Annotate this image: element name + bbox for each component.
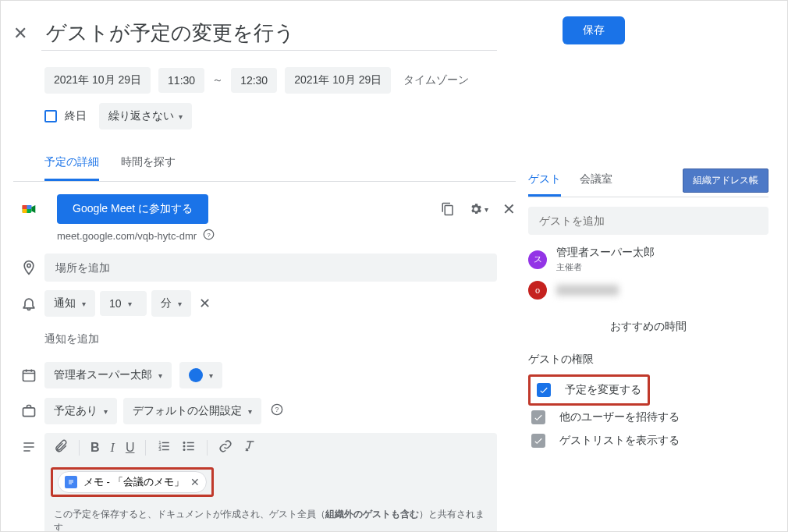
permissions-title: ゲストの権限 xyxy=(528,353,768,367)
attachment-label: メモ - 「会議のメモ」 xyxy=(83,475,184,489)
svg-text:3: 3 xyxy=(159,447,162,452)
notification-icon xyxy=(13,296,44,311)
svg-point-14 xyxy=(183,442,186,444)
clear-format-icon[interactable] xyxy=(243,439,257,456)
event-title[interactable]: ゲストが予定の変更を行う xyxy=(41,16,497,51)
help-icon[interactable]: ? xyxy=(203,229,215,243)
underline-icon[interactable]: U xyxy=(126,441,135,455)
timezone-link[interactable]: タイムゾーン xyxy=(403,73,469,87)
calendar-icon xyxy=(13,367,44,383)
notification-value[interactable]: 10 xyxy=(100,291,147,316)
tab-find-time[interactable]: 時間を探す xyxy=(121,146,176,181)
checkbox-checked-icon[interactable] xyxy=(537,383,551,397)
meet-url-row: meet.google.com/vqb-hytc-dmr ? xyxy=(13,229,516,243)
allday-row: 終日 繰り返さない xyxy=(13,102,516,130)
italic-icon[interactable]: I xyxy=(111,441,115,455)
availability-select[interactable]: 予定あり xyxy=(44,398,117,424)
svg-point-16 xyxy=(183,449,186,451)
save-button[interactable]: 保存 xyxy=(563,16,625,44)
svg-text:?: ? xyxy=(207,232,211,239)
attach-icon[interactable] xyxy=(54,439,68,456)
meet-icon xyxy=(13,201,44,217)
guest-row-organizer[interactable]: ス 管理者スーパー太郎 主催者 xyxy=(528,246,768,273)
visibility-select[interactable]: デフォルトの公開設定 xyxy=(123,398,261,424)
remove-attachment-icon[interactable]: ✕ xyxy=(190,476,200,488)
svg-rect-8 xyxy=(23,408,35,417)
avatar: o xyxy=(528,281,547,300)
location-icon xyxy=(13,260,44,275)
allday-checkbox[interactable] xyxy=(44,110,57,122)
svg-text:?: ? xyxy=(275,406,279,413)
end-time[interactable]: 12:30 xyxy=(231,68,277,93)
visibility-help-icon[interactable]: ? xyxy=(271,403,283,419)
start-date[interactable]: 2021年 10月 29日 xyxy=(44,67,151,94)
description-icon xyxy=(13,433,44,455)
briefcase-icon xyxy=(13,403,44,419)
numbered-list-icon[interactable]: 123 xyxy=(157,439,171,456)
svg-rect-7 xyxy=(23,371,35,381)
end-date[interactable]: 2021年 10月 29日 xyxy=(285,67,391,94)
calendar-owner-select[interactable]: 管理者スーパー太郎 xyxy=(44,362,172,388)
add-notification-button[interactable]: 通知を追加 xyxy=(44,332,99,346)
copy-icon[interactable] xyxy=(441,202,455,216)
tab-guests[interactable]: ゲスト xyxy=(528,165,561,197)
svg-rect-2 xyxy=(23,205,27,209)
color-dot xyxy=(189,368,203,382)
bullet-list-icon[interactable] xyxy=(182,439,196,456)
tab-event-detail[interactable]: 予定の詳細 xyxy=(44,146,99,181)
notification-type-select[interactable]: 通知 xyxy=(44,290,95,317)
svg-point-15 xyxy=(183,445,186,448)
bold-icon[interactable]: B xyxy=(91,441,100,455)
notification-unit-select[interactable]: 分 xyxy=(151,290,191,317)
attachment-chip[interactable]: メモ - 「会議のメモ」 ✕ xyxy=(58,471,207,493)
share-note: この予定を保存すると、ドキュメントが作成され、ゲスト全員（組織外のゲストも含む）… xyxy=(44,500,497,532)
suggested-times-button[interactable]: おすすめの時間 xyxy=(528,307,768,346)
recurrence-select[interactable]: 繰り返さない xyxy=(99,103,192,129)
svg-point-6 xyxy=(27,264,30,267)
checkbox-locked-icon xyxy=(531,434,545,448)
meet-url[interactable]: meet.google.com/vqb-hytc-dmr xyxy=(57,230,197,242)
event-color-select[interactable] xyxy=(179,362,222,388)
avatar: ス xyxy=(528,250,547,269)
settings-icon[interactable]: ▾ xyxy=(469,202,488,216)
tab-rooms[interactable]: 会議室 xyxy=(580,165,612,197)
join-meet-button[interactable]: Google Meet に参加する xyxy=(57,194,208,224)
guest-row[interactable]: o xyxy=(528,281,768,300)
main-tabs: 予定の詳細 時間を探す xyxy=(13,146,516,182)
guest-name: 管理者スーパー太郎 xyxy=(556,246,655,260)
close-icon[interactable]: ✕ xyxy=(13,23,41,44)
permission-see-guest-list[interactable]: ゲストリストを表示する xyxy=(528,429,768,452)
org-address-book-button[interactable]: 組織アドレス帳 xyxy=(683,168,768,193)
remove-notification-icon[interactable]: ✕ xyxy=(199,295,211,312)
link-icon[interactable] xyxy=(218,439,232,456)
guest-role: 主催者 xyxy=(556,261,655,273)
permission-modify-event[interactable]: 予定を変更する xyxy=(534,378,644,402)
guest-name-redacted xyxy=(556,285,619,296)
datetime-row: 2021年 10月 29日 11:30 ～ 12:30 2021年 10月 29… xyxy=(13,66,516,94)
remove-meet-icon[interactable]: ✕ xyxy=(502,200,516,218)
start-time[interactable]: 11:30 xyxy=(158,68,204,93)
add-guest-input[interactable] xyxy=(528,207,768,235)
format-toolbar: B I U 123 xyxy=(44,433,497,463)
time-separator: ～ xyxy=(212,73,223,87)
svg-rect-3 xyxy=(27,205,32,209)
docs-icon xyxy=(65,476,77,488)
permission-invite-others[interactable]: 他のユーザーを招待する xyxy=(528,406,768,429)
location-input[interactable] xyxy=(44,254,497,282)
checkbox-locked-icon xyxy=(531,410,545,424)
allday-label: 終日 xyxy=(65,109,87,123)
